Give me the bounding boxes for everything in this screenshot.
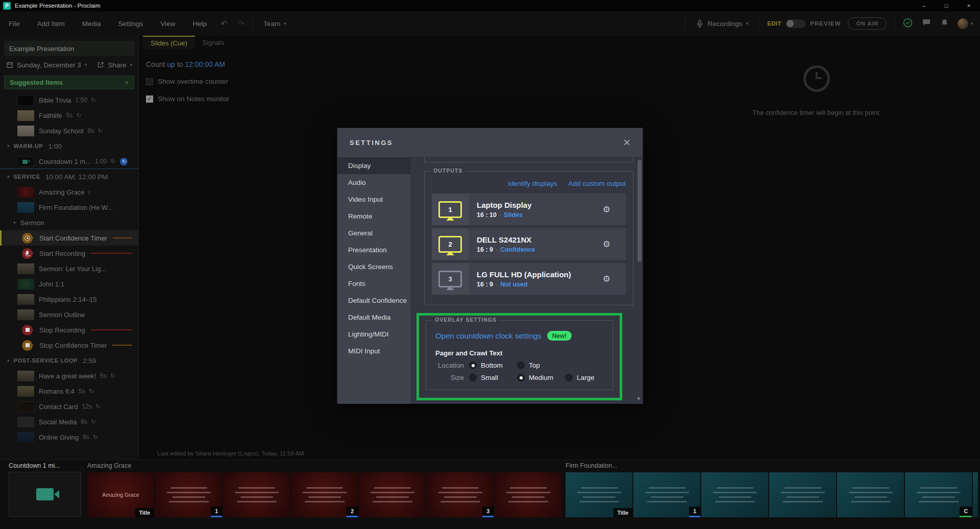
settings-nav-fonts[interactable]: Fonts (337, 275, 410, 292)
edit-preview-toggle[interactable] (786, 19, 806, 28)
slide-thumbnail[interactable] (701, 472, 768, 517)
presentation-title[interactable]: Example Presentation (4, 41, 134, 56)
slide-thumbnail[interactable]: 3 (427, 472, 494, 517)
undo-icon[interactable]: ↶ (215, 19, 232, 29)
menu-settings[interactable]: Settings (110, 20, 152, 28)
menu-help[interactable]: Help (184, 20, 215, 28)
radio-small[interactable] (469, 374, 477, 381)
suggested-items-header[interactable]: Suggested Items × (4, 76, 134, 89)
close-button[interactable]: × (958, 0, 980, 11)
section-header-warm-up[interactable]: ▾WARM-UP1:00 (0, 138, 138, 154)
service-item-romans-6-4[interactable]: Romans 6:45s↻ (0, 383, 138, 399)
slide-thumbnail[interactable] (769, 472, 836, 517)
slide-thumbnail[interactable]: Title (566, 472, 632, 517)
slide-thumbnail[interactable] (223, 472, 290, 517)
display-role-link[interactable]: Not used (500, 281, 527, 288)
on-air-button[interactable]: ON AIR (848, 17, 887, 30)
tab-signals[interactable]: Signals (195, 36, 232, 49)
sync-status-icon[interactable] (898, 18, 917, 30)
slide-thumbnail[interactable] (495, 472, 561, 517)
radio-large[interactable] (565, 374, 573, 381)
minimize-button[interactable]: – (913, 0, 935, 11)
dialog-scrollbar-thumb[interactable] (638, 160, 642, 262)
service-item-sunday-school[interactable]: Sunday School8s↻ (0, 123, 138, 138)
slide-thumbnail[interactable]: 1 (155, 472, 222, 517)
user-avatar[interactable] (958, 18, 968, 29)
show-overtime-checkbox[interactable]: ✓ (146, 78, 153, 85)
service-item-amazing-grace[interactable]: Amazing Grace♪ (0, 184, 138, 200)
settings-nav-midi-input[interactable]: MIDI Input (337, 343, 410, 359)
slide-thumbnail[interactable]: 1 (633, 472, 700, 517)
service-item-have-a-great-week-[interactable]: Have a great week!5s↻ (0, 368, 138, 383)
tab-slides-cue[interactable]: Slides (Cue) (143, 36, 195, 49)
settings-nav-video-input[interactable]: Video Input (337, 191, 410, 208)
show-notes-monitor-checkbox[interactable]: ✓ (146, 95, 153, 103)
radio-option-medium[interactable]: Medium (517, 374, 565, 381)
settings-nav-remote[interactable]: Remote (337, 208, 410, 225)
radio-medium-selected[interactable] (517, 374, 525, 381)
service-item-countdown-1-m-[interactable]: Countdown 1 m...1:00↻↻ (0, 154, 138, 169)
menu-media[interactable]: Media (74, 20, 110, 28)
identify-displays-link[interactable]: Identify displays (508, 180, 557, 187)
service-item-stop-recording[interactable]: Stop Recording (0, 322, 138, 338)
radio-option-bottom[interactable]: Bottom (469, 362, 517, 369)
settings-nav-quick-screens[interactable]: Quick Screens (337, 258, 410, 275)
settings-nav-default-confidence[interactable]: Default Confidence (337, 292, 410, 309)
count-time-link[interactable]: 12:00:00 AM (185, 60, 225, 68)
service-item-start-confidence-timer[interactable]: Start Confidence Timer (0, 230, 138, 246)
countdown-slide[interactable] (9, 472, 81, 517)
slide-thumbnail[interactable]: Amazing GraceTitle (87, 472, 154, 517)
display-role-link[interactable]: Confidence (500, 246, 535, 253)
service-item-faithlife[interactable]: Faithlife5s↻ (0, 108, 138, 123)
count-mode-link[interactable]: up (167, 60, 175, 68)
slide-thumbnail[interactable] (837, 472, 904, 517)
slide-thumbnail[interactable]: 2 (291, 472, 358, 517)
settings-nav-display[interactable]: Display (337, 157, 410, 174)
radio-bottom-selected[interactable] (469, 362, 477, 369)
service-item-sermon-outline[interactable]: Sermon Outline (0, 307, 138, 322)
service-item-sermon-let-your-lig-[interactable]: Sermon: Let Your Lig... (0, 261, 138, 276)
chat-icon[interactable] (917, 18, 936, 29)
close-icon[interactable]: × (623, 136, 630, 149)
open-countdown-clock-settings-link[interactable]: Open countdown clock settings (435, 331, 542, 340)
slide-thumbnail[interactable] (359, 472, 426, 517)
gear-icon[interactable]: ⚙ (603, 239, 626, 250)
settings-nav-lighting-midi[interactable]: Lighting/MIDI (337, 326, 410, 343)
service-item-firm-foundation-he-w-[interactable]: Firm Foundation (He W... (0, 200, 138, 215)
menu-file[interactable]: File (0, 20, 29, 28)
service-item-philippians-2-14-15[interactable]: Philippians 2:14–15 (0, 292, 138, 307)
section-header-post-service-loop[interactable]: ▾POST-SERVICE LOOP2:59 (0, 353, 138, 368)
section-header-service[interactable]: ▾SERVICE10:00 AM; 12:00 PM (0, 169, 138, 184)
display-role-link[interactable]: Slides (504, 211, 523, 219)
gear-icon[interactable]: ⚙ (603, 204, 626, 215)
service-item-contact-card[interactable]: Contact Card12s↻ (0, 399, 138, 414)
date-selector[interactable]: Sunday, December 3 (17, 61, 81, 69)
slide-thumbnail[interactable] (973, 472, 978, 517)
menu-add-item[interactable]: Add Item (29, 20, 74, 28)
radio-option-small[interactable]: Small (469, 374, 517, 381)
notifications-bell-icon[interactable] (936, 18, 953, 29)
settings-nav-default-media[interactable]: Default Media (337, 309, 410, 326)
service-item-stop-confidence-timer[interactable]: Stop Confidence Timer (0, 338, 138, 353)
service-item-bible-trivia[interactable]: Bible Trivia1:50↻ (0, 92, 138, 108)
subsection-header-sermon[interactable]: ▾Sermon (0, 215, 138, 230)
recordings-menu[interactable]: Recordings ▾ (689, 19, 755, 28)
radio-top[interactable] (517, 362, 525, 369)
service-item-online-giving[interactable]: Online Giving9s↻ (0, 429, 138, 445)
slide-thumbnail[interactable]: C (905, 472, 972, 517)
team-menu[interactable]: Team ▾ (256, 20, 293, 28)
add-custom-output-link[interactable]: Add custom output (568, 180, 626, 187)
service-item-john-1-1[interactable]: John 1:1 (0, 276, 138, 292)
settings-nav-general[interactable]: General (337, 225, 410, 242)
redo-icon[interactable]: ↷ (233, 19, 250, 29)
radio-option-top[interactable]: Top (517, 362, 565, 369)
settings-nav-presentation[interactable]: Presentation (337, 242, 410, 258)
share-button[interactable]: Share (108, 61, 126, 69)
maximize-button[interactable]: □ (935, 0, 958, 11)
chevron-down-icon[interactable]: ▾ (970, 21, 973, 26)
service-item-social-media[interactable]: Social Media6s↻ (0, 414, 138, 429)
menu-view[interactable]: View (152, 20, 184, 28)
settings-nav-audio[interactable]: Audio (337, 174, 410, 191)
scroll-down-arrow-icon[interactable]: ▼ (636, 396, 641, 401)
close-icon[interactable]: × (125, 79, 129, 86)
